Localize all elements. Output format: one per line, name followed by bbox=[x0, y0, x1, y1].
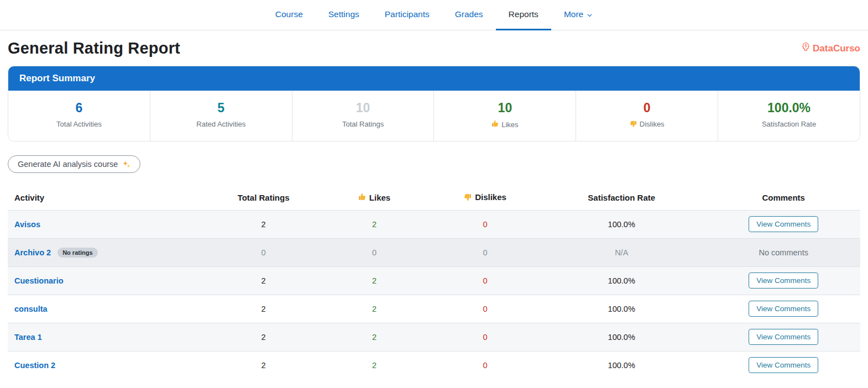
likes-cell: 2 bbox=[315, 210, 434, 238]
col-dislikes-label: Dislikes bbox=[475, 192, 506, 202]
total-ratings-cell: 2 bbox=[212, 295, 315, 323]
stat-label: Likes bbox=[434, 120, 576, 129]
satisfaction-cell: 100.0% bbox=[536, 295, 707, 323]
brand-name: DataCurso bbox=[813, 43, 860, 54]
satisfaction-cell: 100.0% bbox=[536, 323, 707, 351]
thumbs-up-icon bbox=[491, 120, 499, 129]
view-comments-button[interactable]: View Comments bbox=[749, 329, 818, 345]
table-row-tarea-1: Tarea 1 2 2 0 100.0% View Comments bbox=[8, 323, 860, 351]
col-activity: Activity bbox=[8, 185, 212, 210]
tab-more[interactable]: More bbox=[551, 0, 605, 30]
tab-label: Grades bbox=[455, 9, 483, 19]
ratings-table: Activity Total Ratings Likes bbox=[8, 185, 860, 379]
col-likes-label: Likes bbox=[369, 193, 390, 202]
view-comments-button[interactable]: View Comments bbox=[749, 357, 818, 373]
stat-value: 10 bbox=[434, 102, 576, 114]
stat-value: 6 bbox=[8, 102, 150, 114]
stat-label: Satisfaction Rate bbox=[718, 120, 860, 128]
total-ratings-cell: 2 bbox=[212, 323, 315, 351]
dislikes-cell: 0 bbox=[434, 238, 536, 266]
likes-cell: 0 bbox=[315, 238, 434, 266]
page-title: General Rating Report bbox=[8, 39, 180, 57]
course-nav: Course Settings Participants Grades Repo… bbox=[0, 0, 868, 30]
activity-link[interactable]: Archivo 2 bbox=[14, 248, 51, 257]
activity-link[interactable]: Cuestion 2 bbox=[14, 361, 55, 370]
brain-icon bbox=[801, 42, 811, 55]
total-ratings-cell: 2 bbox=[212, 351, 315, 379]
activity-link[interactable]: consulta bbox=[14, 305, 48, 313]
satisfaction-cell: 100.0% bbox=[536, 266, 707, 295]
tab-participants[interactable]: Participants bbox=[372, 0, 442, 30]
total-ratings-cell: 0 bbox=[212, 238, 315, 266]
stat-dislikes: 0 Dislikes bbox=[576, 91, 718, 141]
dislikes-cell: 0 bbox=[434, 323, 536, 351]
col-comments: Comments bbox=[707, 185, 860, 210]
tab-label: Participants bbox=[385, 9, 430, 19]
tab-label: Settings bbox=[328, 9, 359, 19]
activity-link[interactable]: Cuestionario bbox=[14, 276, 64, 285]
dislikes-cell: 0 bbox=[434, 351, 536, 379]
stat-label: Dislikes bbox=[576, 120, 718, 128]
view-comments-button[interactable]: View Comments bbox=[749, 216, 818, 232]
stat-label: Total Activities bbox=[8, 120, 150, 128]
ai-button-label: Generate AI analysis course bbox=[18, 160, 118, 169]
tab-label: More bbox=[564, 9, 583, 19]
tab-course[interactable]: Course bbox=[263, 0, 316, 30]
stat-total-ratings: 10 Total Ratings bbox=[292, 91, 435, 141]
view-comments-button[interactable]: View Comments bbox=[749, 272, 818, 289]
table-header-row: Activity Total Ratings Likes bbox=[8, 185, 860, 210]
stat-label: Rated Activities bbox=[150, 120, 292, 128]
stat-value: 5 bbox=[150, 102, 292, 114]
table-row-archivo-2: Archivo 2 No ratings 0 0 0 N/A No commen… bbox=[8, 238, 860, 266]
tab-settings[interactable]: Settings bbox=[316, 0, 372, 30]
stat-total-activities: 6 Total Activities bbox=[8, 91, 150, 141]
stat-label-text: Dislikes bbox=[640, 120, 665, 128]
dislikes-cell: 0 bbox=[434, 295, 536, 323]
likes-cell: 2 bbox=[315, 351, 434, 379]
likes-cell: 2 bbox=[315, 266, 434, 295]
activity-link[interactable]: Tarea 1 bbox=[14, 333, 42, 342]
tab-grades[interactable]: Grades bbox=[442, 0, 496, 30]
thumbs-down-icon bbox=[464, 193, 472, 201]
stat-likes: 10 Likes bbox=[434, 91, 576, 141]
activity-link[interactable]: Avisos bbox=[14, 220, 40, 229]
stat-satisfaction-rate: 100.0% Satisfaction Rate bbox=[718, 91, 860, 141]
generate-ai-analysis-button[interactable]: Generate AI analysis course bbox=[8, 155, 140, 173]
stat-value: 10 bbox=[292, 102, 434, 114]
stat-value: 100.0% bbox=[718, 102, 860, 114]
dislikes-cell: 0 bbox=[434, 266, 536, 295]
no-ratings-badge: No ratings bbox=[57, 248, 97, 258]
stat-label: Total Ratings bbox=[292, 120, 434, 128]
thumbs-down-icon bbox=[630, 120, 637, 128]
table-row-cuestion-2: Cuestion 2 2 2 0 100.0% View Comments bbox=[8, 351, 860, 379]
col-likes: Likes bbox=[315, 185, 434, 210]
col-total-ratings: Total Ratings bbox=[212, 185, 315, 210]
sparkles-icon bbox=[122, 160, 130, 169]
total-ratings-cell: 2 bbox=[212, 210, 315, 238]
stat-value: 0 bbox=[576, 102, 718, 114]
no-comments-label: No comments bbox=[759, 248, 808, 257]
view-comments-button[interactable]: View Comments bbox=[749, 301, 818, 317]
table-row-avisos: Avisos 2 2 0 100.0% View Comments bbox=[8, 210, 860, 238]
tab-label: Reports bbox=[509, 9, 538, 19]
tab-label: Course bbox=[275, 9, 303, 19]
page-header: General Rating Report DataCurso bbox=[8, 39, 860, 57]
col-satisfaction-rate: Satisfaction Rate bbox=[536, 185, 707, 210]
thumbs-up-icon bbox=[358, 193, 366, 202]
dislikes-cell: 0 bbox=[434, 210, 536, 238]
stat-label-text: Likes bbox=[501, 120, 518, 129]
datacurso-brand: DataCurso bbox=[801, 42, 860, 55]
table-row-cuestionario: Cuestionario 2 2 0 100.0% View Comments bbox=[8, 266, 860, 295]
chevron-down-icon bbox=[587, 12, 593, 18]
tab-reports[interactable]: Reports bbox=[496, 0, 551, 30]
total-ratings-cell: 2 bbox=[212, 266, 315, 295]
stat-rated-activities: 5 Rated Activities bbox=[150, 91, 292, 141]
satisfaction-cell: 100.0% bbox=[536, 351, 707, 379]
satisfaction-cell: 100.0% bbox=[536, 210, 707, 238]
satisfaction-cell: N/A bbox=[536, 238, 707, 266]
likes-cell: 2 bbox=[315, 295, 434, 323]
col-dislikes: Dislikes bbox=[434, 185, 536, 210]
likes-cell: 2 bbox=[315, 323, 434, 351]
summary-stats: 6 Total Activities 5 Rated Activities 10… bbox=[8, 91, 860, 141]
report-summary-header: Report Summary bbox=[8, 66, 860, 91]
